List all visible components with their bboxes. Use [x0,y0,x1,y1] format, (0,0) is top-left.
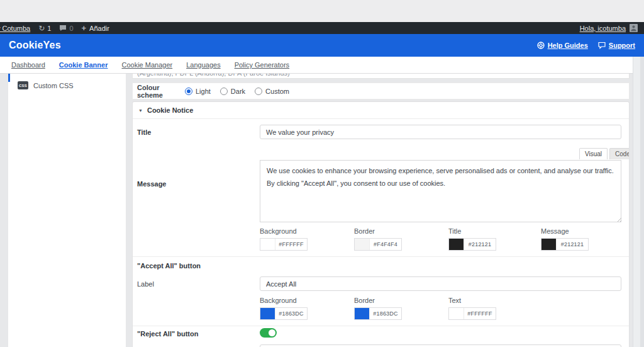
radio-light-label: Light [196,88,211,95]
accept-text-label: Text [448,297,461,304]
add-new-icon: + [82,24,87,32]
accept-all-label-field-label: Label [137,280,154,288]
radio-custom[interactable] [255,88,262,95]
help-guides-label: Help Guides [548,42,588,49]
user-greeting-link[interactable]: Hola, icotumba [580,25,626,32]
clipped-regulations-text: (Argentina), PDPL (Andorra), DPA (Faroe … [137,74,290,77]
notice-border-color-picker[interactable]: #F4F4F4 [354,238,402,251]
updates-menu[interactable]: ↻ 1 [38,25,51,32]
notice-title-color-picker[interactable]: #212121 [448,238,496,251]
cookieyes-logo: CookieYes [9,40,61,51]
accept-border-label: Border [354,297,375,304]
notice-message-label: Message [541,227,569,235]
support-link[interactable]: Support [598,42,635,49]
color-hex-value: #F4F4F4 [370,239,401,250]
title-input[interactable] [260,125,621,139]
color-hex-value: #FFFFFF [275,239,307,250]
add-new-menu[interactable]: + Añadir [82,24,109,32]
updates-icon: ↻ [38,25,45,32]
collapse-arrow-icon: ▼ [138,108,143,113]
cookie-notice-section-header[interactable]: ▼ Cookie Notice [133,102,629,119]
color-hex-value: #1863DC [275,308,307,319]
add-new-label: Añadir [89,25,109,32]
tab-cookie-banner[interactable]: Cookie Banner [59,61,108,69]
reject-all-toggle[interactable] [260,328,277,338]
radio-dark[interactable] [220,88,228,95]
accept-background-label: Background [260,297,297,304]
header-links: Help Guides Support [537,42,635,49]
tab-cookie-manager[interactable]: Cookie Manager [121,61,172,69]
admin-bar-left: y Cotumba ↻ 1 0 + Añadir [0,24,109,32]
clipped-scrolled-panel: (Argentina), PDPL (Andorra), DPA (Faroe … [132,74,630,79]
color-swatch [449,308,464,319]
css-badge-icon: CSS [18,81,28,89]
radio-dark-label: Dark [231,88,245,95]
sidebar-active-indicator [8,74,10,82]
editor-mode-tabs: Visual Code [579,148,630,159]
notice-title-label: Title [448,227,461,235]
top-margin-strip [0,0,644,22]
tab-visual[interactable]: Visual [579,148,608,159]
scrollbar-gutter [640,57,644,347]
reject-all-section-label: "Reject All" button [137,330,198,338]
sidebar-item-label: Custom CSS [33,82,74,89]
color-swatch [355,308,370,319]
section-divider [133,326,629,326]
message-textarea[interactable]: We use cookies to enhance your browsing … [260,160,621,222]
cookie-notice-section-title: Cookie Notice [147,106,193,114]
tab-dashboard[interactable]: Dashboard [11,61,45,69]
accept-border-color-picker[interactable]: #1863DC [354,307,402,320]
toggle-knob [269,329,275,336]
support-label: Support [609,42,635,49]
cookie-notice-panel: ▼ Cookie Notice Title Message Visual Cod… [132,101,630,347]
tab-code[interactable]: Code [609,148,630,159]
radio-custom-label: Custom [265,88,289,95]
accept-background-color-picker[interactable]: #1863DC [260,307,308,320]
color-swatch [260,239,275,250]
life-ring-icon [537,42,545,49]
page: y Cotumba ↻ 1 0 + Añadir Hola, icotumba [0,0,644,347]
notice-background-color-picker[interactable]: #FFFFFF [260,238,308,251]
updates-count: 1 [47,25,51,32]
notice-background-label: Background [260,227,297,235]
color-swatch [449,239,464,250]
accept-all-label-input[interactable] [260,276,621,291]
comments-count: 0 [69,25,73,32]
title-field-label: Title [137,128,151,136]
avatar[interactable] [630,24,638,32]
wp-admin-bar: y Cotumba ↻ 1 0 + Añadir Hola, icotumba [0,22,644,34]
colour-scheme-label: Colour scheme [137,84,181,99]
color-swatch [355,239,370,250]
admin-bar-right: Hola, icotumba [580,24,638,32]
accept-all-section-label: "Accept All" button [137,262,201,270]
color-swatch [260,308,275,319]
color-hex-value: #1863DC [370,308,401,319]
radio-option-custom[interactable]: Custom [255,88,289,95]
sidebar-item-custom-css[interactable]: CSS Custom CSS [8,74,126,89]
settings-sidebar: CSS Custom CSS [8,74,126,347]
colour-scheme-options: Light Dark Custom [185,88,289,95]
vertical-scrollbar[interactable] [633,57,640,347]
notice-border-label: Border [354,227,375,235]
comments-icon [59,25,67,31]
tab-languages[interactable]: Languages [186,61,220,69]
colour-scheme-row: Colour scheme Light Dark Custom [132,82,630,100]
radio-option-dark[interactable]: Dark [220,88,245,95]
accept-text-color-picker[interactable]: #FFFFFF [448,307,496,320]
radio-option-light[interactable]: Light [185,88,211,95]
reject-all-label-input-clipped[interactable] [260,344,621,347]
color-swatch [541,239,557,250]
site-name-link[interactable]: y Cotumba [0,25,30,32]
color-hex-value: #212121 [464,239,496,250]
comments-menu[interactable]: 0 [59,25,73,32]
cookieyes-header: CookieYes Help Guides Support [0,34,644,57]
radio-light[interactable] [185,88,192,95]
help-guides-link[interactable]: Help Guides [537,42,588,49]
chat-bubble-icon [598,42,606,49]
user-icon [630,25,637,31]
plugin-nav: Dashboard Cookie Banner Cookie Manager L… [0,57,633,74]
color-hex-value: #212121 [557,239,588,250]
color-hex-value: #FFFFFF [464,308,496,319]
tab-policy-generators[interactable]: Policy Generators [235,61,289,69]
notice-message-color-picker[interactable]: #212121 [541,238,589,251]
